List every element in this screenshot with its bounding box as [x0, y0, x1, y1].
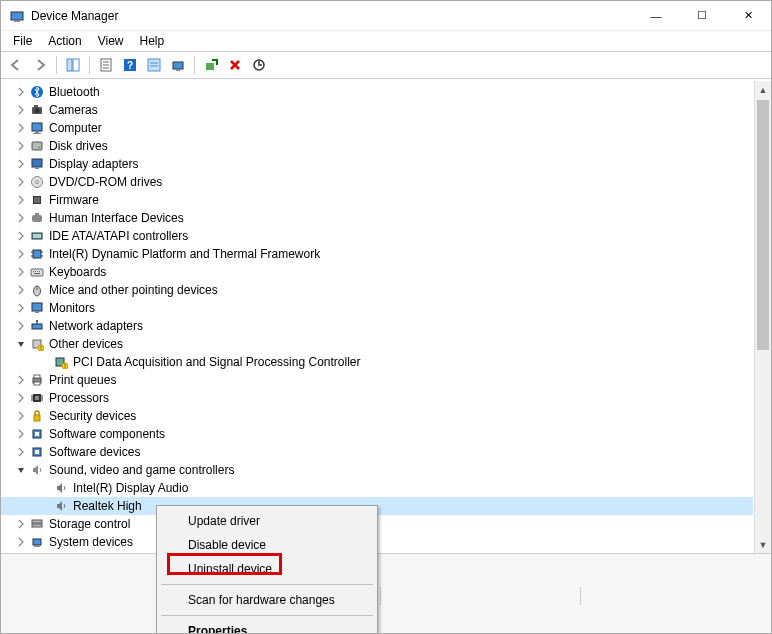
security-icon [29, 408, 45, 424]
scroll-down-button[interactable]: ▼ [755, 536, 771, 553]
back-button[interactable] [5, 54, 27, 76]
toolbar-separator [194, 56, 195, 74]
svg-rect-52 [32, 324, 42, 329]
tree-row[interactable]: DVD/CD-ROM drives [1, 173, 753, 191]
chevron-right-icon[interactable] [13, 105, 29, 115]
svg-rect-34 [32, 233, 42, 239]
update-button[interactable] [167, 54, 189, 76]
tree-item-label: Other devices [49, 337, 123, 351]
svg-rect-32 [32, 215, 42, 222]
chevron-right-icon[interactable] [13, 231, 29, 241]
tree-item-label: Processors [49, 391, 109, 405]
svg-rect-63 [34, 382, 40, 385]
scan-hardware-button[interactable] [248, 54, 270, 76]
tree-row[interactable]: Bluetooth [1, 83, 753, 101]
chevron-right-icon[interactable] [13, 195, 29, 205]
tree-row[interactable]: IDE ATA/ATAPI controllers [1, 227, 753, 245]
context-menu-item[interactable]: Disable device [160, 533, 374, 557]
tree-item-label: Monitors [49, 301, 95, 315]
context-menu-item[interactable]: Update driver [160, 509, 374, 533]
close-button[interactable]: ✕ [725, 1, 771, 30]
toolbar-button[interactable] [143, 54, 165, 76]
svg-rect-33 [35, 213, 39, 216]
chevron-right-icon[interactable] [13, 213, 29, 223]
keyboard-icon [29, 264, 45, 280]
tree-row[interactable]: Network adapters [1, 317, 753, 335]
enable-button[interactable] [200, 54, 222, 76]
properties-button[interactable] [95, 54, 117, 76]
tree-row[interactable]: Software components [1, 425, 753, 443]
svg-rect-14 [176, 69, 180, 71]
tree-row[interactable]: Mice and other pointing devices [1, 281, 753, 299]
chevron-right-icon[interactable] [13, 519, 29, 529]
menu-action[interactable]: Action [40, 32, 89, 50]
scrollbar-thumb[interactable] [757, 100, 769, 350]
tree[interactable]: BluetoothCamerasComputerDisk drivesDispl… [1, 81, 753, 553]
svg-rect-77 [32, 520, 42, 523]
tree-row[interactable]: Security devices [1, 407, 753, 425]
tree-row[interactable]: Intel(R) Display Audio [1, 479, 753, 497]
sound-icon [29, 462, 45, 478]
chevron-right-icon[interactable] [13, 249, 29, 259]
tree-row[interactable]: Processors [1, 389, 753, 407]
chevron-right-icon[interactable] [13, 429, 29, 439]
chevron-right-icon[interactable] [13, 447, 29, 457]
tree-row[interactable]: Monitors [1, 299, 753, 317]
maximize-button[interactable]: ☐ [679, 1, 725, 30]
chevron-right-icon[interactable] [13, 375, 29, 385]
svg-rect-0 [11, 12, 23, 20]
chevron-right-icon[interactable] [13, 267, 29, 277]
svg-rect-72 [34, 415, 40, 421]
scroll-up-button[interactable]: ▲ [755, 81, 771, 98]
show-hide-tree-button[interactable] [62, 54, 84, 76]
tree-row[interactable]: Display adapters [1, 155, 753, 173]
tree-item-label: Intel(R) Display Audio [73, 481, 188, 495]
svg-rect-26 [32, 159, 42, 167]
context-menu-item[interactable]: Properties [160, 619, 374, 634]
storage-icon [29, 516, 45, 532]
software-icon [29, 444, 45, 460]
tree-row[interactable]: Human Interface Devices [1, 209, 753, 227]
tree-row[interactable]: Firmware [1, 191, 753, 209]
uninstall-button[interactable] [224, 54, 246, 76]
forward-button[interactable] [29, 54, 51, 76]
tree-row[interactable]: Cameras [1, 101, 753, 119]
chevron-right-icon[interactable] [13, 321, 29, 331]
tree-row[interactable]: Computer [1, 119, 753, 137]
help-button[interactable]: ? [119, 54, 141, 76]
chevron-right-icon[interactable] [13, 411, 29, 421]
display-icon [29, 156, 45, 172]
svg-rect-45 [37, 271, 38, 272]
tree-item-label: Firmware [49, 193, 99, 207]
tree-row[interactable]: Keyboards [1, 263, 753, 281]
svg-rect-51 [35, 311, 39, 313]
vertical-scrollbar[interactable]: ▲ ▼ [754, 81, 771, 553]
chevron-right-icon[interactable] [13, 393, 29, 403]
chevron-right-icon[interactable] [13, 303, 29, 313]
menu-file[interactable]: File [5, 32, 40, 50]
tree-row[interactable]: Software devices [1, 443, 753, 461]
svg-point-54 [36, 320, 38, 322]
context-menu-item[interactable]: Scan for hardware changes [160, 588, 374, 612]
chevron-right-icon[interactable] [13, 123, 29, 133]
tree-row[interactable]: Sound, video and game controllers [1, 461, 753, 479]
tree-row[interactable]: !PCI Data Acquisition and Signal Process… [1, 353, 753, 371]
chevron-right-icon[interactable] [13, 537, 29, 547]
chevron-down-icon[interactable] [13, 339, 29, 349]
menu-help[interactable]: Help [132, 32, 173, 50]
tree-row[interactable]: Disk drives [1, 137, 753, 155]
tree-row[interactable]: Print queues [1, 371, 753, 389]
tree-row[interactable]: !Other devices [1, 335, 753, 353]
chevron-down-icon[interactable] [13, 465, 29, 475]
tree-item-label: Intel(R) Dynamic Platform and Thermal Fr… [49, 247, 320, 261]
tree-row[interactable]: Intel(R) Dynamic Platform and Thermal Fr… [1, 245, 753, 263]
chevron-right-icon[interactable] [13, 177, 29, 187]
chevron-right-icon[interactable] [13, 159, 29, 169]
menu-view[interactable]: View [90, 32, 132, 50]
minimize-button[interactable]: — [633, 1, 679, 30]
svg-rect-21 [32, 123, 42, 131]
chevron-right-icon[interactable] [13, 87, 29, 97]
chevron-right-icon[interactable] [13, 285, 29, 295]
chevron-right-icon[interactable] [13, 141, 29, 151]
context-menu-item[interactable]: Uninstall device [160, 557, 374, 581]
